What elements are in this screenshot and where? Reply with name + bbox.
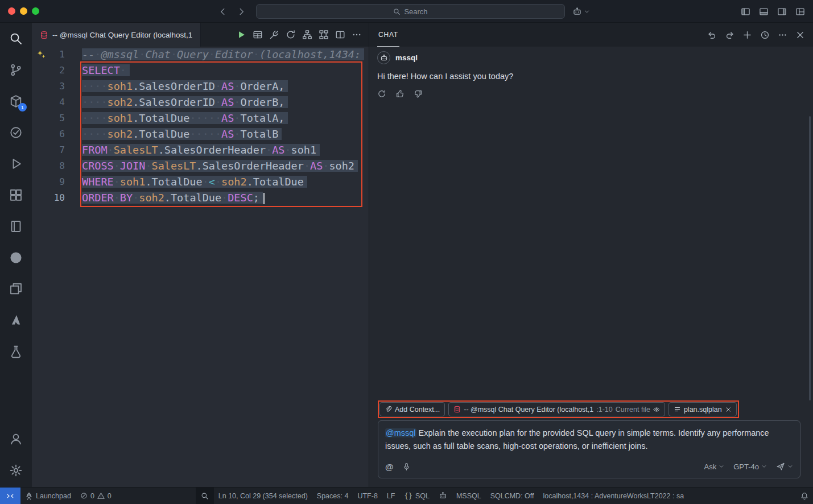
code-editor[interactable]: 1--·@mssql·Chat·Query·Editor·(localhost,… xyxy=(32,47,369,487)
more-actions-button[interactable] xyxy=(352,30,362,40)
code-line[interactable]: 2SELECT· xyxy=(32,63,369,79)
launchpad-item[interactable]: Launchpad xyxy=(20,488,76,504)
estimated-plan-button[interactable] xyxy=(286,30,296,40)
sparkle-icon[interactable] xyxy=(36,49,46,59)
model-picker[interactable]: GPT-4o xyxy=(733,462,767,471)
eye-icon[interactable] xyxy=(653,406,660,413)
mssql-item[interactable]: MSSQL xyxy=(452,488,486,504)
search-icon xyxy=(393,8,401,15)
split-editor-button[interactable] xyxy=(335,30,345,40)
window-close-button[interactable] xyxy=(8,7,15,15)
schema-designer-button[interactable] xyxy=(302,30,312,40)
extensions-icon xyxy=(9,188,23,202)
window-maximize-button[interactable] xyxy=(32,7,39,15)
problems-item[interactable]: 0 0 xyxy=(76,488,116,504)
redo-icon[interactable] xyxy=(725,30,734,40)
helpful-icon[interactable] xyxy=(395,89,405,98)
code-line[interactable]: 8CROSS·JOIN·SalesLT.SalesOrderHeader·AS·… xyxy=(32,158,369,174)
code-line[interactable]: 1--·@mssql·Chat·Query·Editor·(localhost,… xyxy=(32,47,369,63)
activity-item-search[interactable] xyxy=(0,23,32,54)
chat-scrollbar[interactable] xyxy=(809,116,811,400)
context-current-file[interactable]: -- @mssql Chat Query Editor (localhost,1… xyxy=(448,402,665,416)
toggle-secondary-sidebar-icon[interactable] xyxy=(777,7,787,16)
editor-tab[interactable]: -- @mssql Chat Query Editor (localhost,1 xyxy=(32,23,201,47)
database-icon xyxy=(40,31,48,39)
activity-item-accounts[interactable] xyxy=(0,423,32,455)
activity-item-remote-explorer[interactable] xyxy=(0,273,32,304)
customize-layout-icon[interactable] xyxy=(795,7,805,16)
activity-item-database-projects[interactable] xyxy=(0,336,32,367)
code-line[interactable]: 7FROM·SalesLT.SalesOrderHeader·AS·soh1 xyxy=(32,142,369,158)
add-mention-button[interactable]: @ xyxy=(385,462,394,472)
query-plan-button[interactable] xyxy=(319,30,329,40)
close-icon[interactable] xyxy=(725,406,732,413)
regenerate-icon[interactable] xyxy=(377,89,386,98)
chevron-down-icon xyxy=(584,9,590,15)
notifications-item[interactable] xyxy=(796,488,813,504)
magnifier-icon xyxy=(201,492,209,500)
code-text: ····soh2.SalesOrderID·AS·OrderB, xyxy=(82,94,288,110)
windows-icon xyxy=(9,282,23,296)
zoom-indicator[interactable] xyxy=(196,488,214,504)
cursor-position-item[interactable]: Ln 10, Col 29 (354 selected) xyxy=(214,488,312,504)
send-button[interactable] xyxy=(776,462,793,471)
add-context-button[interactable]: Add Context... xyxy=(379,402,445,416)
unhelpful-icon[interactable] xyxy=(414,89,423,98)
tab-chat[interactable]: CHAT xyxy=(377,23,399,47)
activity-item-testing[interactable] xyxy=(0,117,32,148)
toggle-panel-icon[interactable] xyxy=(759,7,769,16)
code-line[interactable]: 3····soh1.SalesOrderID·AS·OrderA, xyxy=(32,79,369,94)
activity-item-github[interactable] xyxy=(0,242,32,273)
activity-item-run-and-debug[interactable] xyxy=(0,148,32,179)
line-number: 2 xyxy=(32,63,65,79)
chat-input-text[interactable]: @mssql Explain the execution plan for th… xyxy=(385,427,793,453)
connect-button[interactable] xyxy=(269,30,279,40)
activity-item-extensions-updates[interactable]: 1 xyxy=(0,85,32,117)
more-icon[interactable] xyxy=(778,30,787,40)
forward-icon[interactable] xyxy=(237,7,246,16)
context-chips: -- @mssql Chat Query Editor (localhost,1… xyxy=(448,402,736,416)
copilot-status-item[interactable] xyxy=(434,488,452,504)
language-item[interactable]: {} SQL xyxy=(399,488,434,504)
activity-item-settings[interactable] xyxy=(0,455,32,486)
remote-indicator[interactable] xyxy=(0,488,20,504)
activity-item-azure[interactable] xyxy=(0,304,32,336)
code-line[interactable]: 9WHERE·soh1.TotalDue·<·soh2.TotalDue xyxy=(32,174,369,190)
back-icon[interactable] xyxy=(218,7,228,16)
run-query-button[interactable] xyxy=(236,30,246,40)
mode-picker[interactable]: Ask xyxy=(704,462,725,471)
mic-icon[interactable] xyxy=(402,462,411,471)
undo-icon[interactable] xyxy=(707,30,717,40)
code-line[interactable]: 4····soh2.SalesOrderID·AS·OrderB, xyxy=(32,94,369,110)
mention-chip[interactable]: @mssql xyxy=(385,428,416,437)
braces-icon: {} xyxy=(404,493,412,499)
toggle-primary-sidebar-icon[interactable] xyxy=(741,7,750,16)
encoding-item[interactable]: UTF-8 xyxy=(353,488,382,504)
mssql-bot-icon xyxy=(380,54,388,62)
results-grid-button[interactable] xyxy=(253,30,263,40)
chat-input-box[interactable]: @mssql Explain the execution plan for th… xyxy=(378,420,800,478)
activity-badge: 1 xyxy=(18,103,27,111)
new-chat-icon[interactable] xyxy=(742,30,752,40)
line-number: 3 xyxy=(32,79,65,94)
activity-item-source-control[interactable] xyxy=(0,54,32,85)
indentation-item[interactable]: Spaces: 4 xyxy=(312,488,353,504)
activity-item-extensions[interactable] xyxy=(0,179,32,210)
close-panel-icon[interactable] xyxy=(795,30,805,40)
copilot-menu-button[interactable] xyxy=(572,0,590,23)
command-center-search[interactable]: Search xyxy=(256,4,565,19)
chat-history-icon[interactable] xyxy=(760,30,770,40)
context-plan-file[interactable]: plan.sqlplan xyxy=(668,402,737,416)
chevron-down-icon xyxy=(719,464,724,469)
sqlcmd-item[interactable]: SQLCMD: Off xyxy=(486,488,539,504)
activity-item-sql-projects[interactable] xyxy=(0,210,32,242)
code-line[interactable]: 6····soh2.TotalDue·····AS·TotalB xyxy=(32,126,369,142)
connection-item[interactable]: localhost,1434 : AdventureWorksLT2022 : … xyxy=(539,488,689,504)
window-minimize-button[interactable] xyxy=(20,7,27,15)
traffic-lights xyxy=(8,7,39,15)
code-line[interactable]: 10ORDER·BY·soh2.TotalDue·DESC; xyxy=(32,190,369,206)
editor-group: -- @mssql Chat Query Editor (localhost,1… xyxy=(32,23,369,487)
eol-item[interactable]: LF xyxy=(382,488,400,504)
chip-suffix: Current file xyxy=(616,406,650,414)
code-line[interactable]: 5····soh1.TotalDue·····AS·TotalA, xyxy=(32,110,369,126)
